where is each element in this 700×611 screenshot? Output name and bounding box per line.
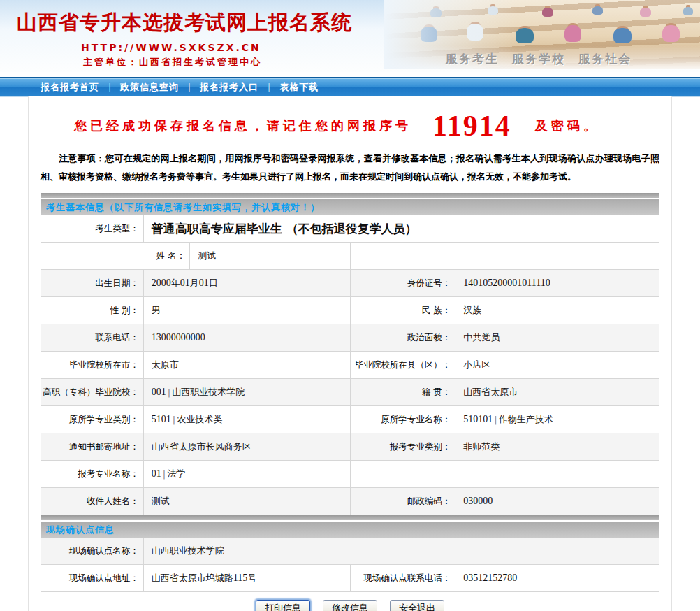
field-value: 山西省太原市长风商务区: [143, 433, 350, 460]
field-value: 510101 | 作物生产技术: [455, 406, 659, 433]
field-value: 030000: [455, 488, 659, 515]
field-value: 汉族: [455, 297, 659, 324]
table-row: 考生类型：普通高职高专应届毕业生 （不包括退役复学人员）: [41, 215, 659, 243]
nav-separator: |: [268, 82, 270, 92]
content-area: 您已经成功保存报名信息，请记住您的网报序号 11914 及密码。 注意事项：您可…: [28, 96, 672, 611]
field-label: 政治面貌：: [350, 324, 455, 351]
field-value: 140105200001011110: [455, 270, 659, 296]
empty-cell: [455, 461, 659, 487]
table-row: 出生日期：2000年 01月 01日身份证号：14010520000101111…: [41, 270, 659, 297]
table-row: 通知书邮寄地址：山西省太原市长风商务区报考专业类别：非师范类: [41, 433, 659, 461]
field-label: 民 族：: [350, 297, 455, 324]
empty-cell: [350, 461, 455, 487]
header-nav-divider: [0, 72, 700, 77]
table-row: 原所学专业类别：5101 | 农业技术类原所学专业名称：510101 | 作物生…: [41, 406, 659, 433]
table-row: 收件人姓名：测试邮政编码：030000: [41, 488, 659, 515]
section-basic-info-title: 考生基本信息（以下所有信息请考生如实填写，并认真核对！）: [41, 199, 659, 215]
serial-number: 11914: [432, 111, 511, 141]
section-basic-info-header: 考生基本信息（以下所有信息请考生如实填写，并认真核对！）: [41, 193, 659, 215]
table-row: 联系电话：13000000000政治面貌：中共党员: [41, 324, 659, 352]
field-value: 测试: [189, 243, 350, 269]
field-label: 报考专业类别：: [350, 433, 455, 460]
site-title: 山西省专升本选拔考试网上报名系统: [17, 9, 700, 37]
field-value: 03512152780: [455, 565, 659, 591]
message-suffix: 及密码。: [535, 117, 599, 134]
field-value: 2000年 01月 01日: [143, 270, 350, 296]
field-value: 非师范类: [455, 433, 659, 460]
nav-item-1[interactable]: 报名报考首页: [41, 81, 99, 94]
table-row: 姓 名：测试: [41, 243, 659, 270]
field-label: 身份证号：: [350, 270, 455, 296]
field-value: 5101 | 农业技术类: [143, 406, 350, 433]
field-label: 毕业院校所在县（区）：: [350, 352, 455, 378]
field-value: 01 | 法学: [143, 461, 350, 487]
section-confirm-header: 现场确认点信息: [41, 515, 659, 538]
print-info-button[interactable]: 打印信息: [256, 600, 310, 611]
nav-separator: |: [188, 82, 191, 92]
nav-item-4[interactable]: 表格下载: [279, 81, 319, 94]
empty-cell: [455, 243, 557, 269]
field-value: 山西省太原市坞城路115号: [143, 565, 350, 591]
section-confirm-title: 现场确认点信息: [41, 522, 659, 538]
message-prefix: 您已经成功保存报名信息，请记住您的网报序号: [74, 117, 411, 134]
field-label: 原所学专业名称：: [350, 406, 455, 433]
field-label: 邮政编码：: [350, 488, 455, 515]
field-value: 山西省太原市: [455, 379, 659, 405]
field-label: 毕业院校所在市：: [41, 352, 143, 378]
field-value: 小店区: [455, 352, 659, 378]
main-nav: 报名报考首页|政策信息查询|报名报考入口|表格下载: [0, 77, 700, 96]
field-label: 现场确认点联系电话：: [350, 565, 455, 591]
slogan-text: 服务考生 服务学校 服务社会: [446, 51, 632, 67]
field-label: 现场确认点名称：: [41, 538, 143, 564]
button-bar: 打印信息修改信息安全退出: [41, 592, 659, 611]
field-label: 性 别：: [41, 297, 143, 324]
field-label: 出生日期：: [41, 270, 143, 296]
field-value: 太原市: [143, 352, 350, 378]
field-value: 13000000000: [143, 324, 350, 351]
site-header: 服务考生 服务学校 服务社会 山西省专升本选拔考试网上报名系统 HTTP://W…: [0, 0, 700, 72]
field-label: 报考专业名称：: [41, 461, 143, 487]
notice-paragraph: 注意事项：您可在规定的网上报名期间，用网报序号和密码登录网报系统，查看并修改基本…: [41, 150, 659, 186]
modify-info-button[interactable]: 修改信息: [323, 600, 377, 611]
field-label: 通知书邮寄地址：: [41, 433, 143, 460]
field-label: 籍 贯：: [350, 379, 455, 405]
safe-exit-button[interactable]: 安全退出: [390, 600, 444, 611]
field-value: 测试: [143, 488, 350, 515]
confirm-info-table: 现场确认点名称：山西职业技术学院现场确认点地址：山西省太原市坞城路115号现场确…: [41, 538, 659, 592]
field-value: 山西职业技术学院: [143, 538, 659, 564]
field-label: 姓 名：: [41, 243, 189, 269]
divider-band: [41, 515, 659, 522]
nav-item-3[interactable]: 报名报考入口: [200, 81, 258, 94]
field-label: 现场确认点地址：: [41, 565, 143, 591]
empty-cell: [350, 243, 455, 269]
empty-cell: [557, 243, 659, 269]
table-row: 高职（专科）毕业院校：001 | 山西职业技术学院籍 贯：山西省太原市: [41, 379, 659, 406]
field-label: 考生类型：: [41, 215, 143, 242]
table-row: 毕业院校所在市：太原市毕业院校所在县（区）：小店区: [41, 352, 659, 379]
success-message: 您已经成功保存报名信息，请记住您的网报序号 11914 及密码。: [41, 96, 659, 145]
field-label: 联系电话：: [41, 324, 143, 351]
divider-band: [41, 193, 659, 199]
table-row: 性 别：男民 族：汉族: [41, 297, 659, 324]
table-row: 现场确认点地址：山西省太原市坞城路115号现场确认点联系电话：035121527…: [41, 565, 659, 592]
field-value: 中共党员: [455, 324, 659, 351]
page: 服务考生 服务学校 服务社会 山西省专升本选拔考试网上报名系统 HTTP://W…: [0, 0, 700, 611]
nav-item-2[interactable]: 政策信息查询: [120, 81, 179, 94]
field-label: 高职（专科）毕业院校：: [41, 379, 143, 405]
field-value: 001 | 山西职业技术学院: [143, 379, 350, 405]
field-value: 普通高职高专应届毕业生 （不包括退役复学人员）: [143, 215, 659, 242]
table-row: 报考专业名称：01 | 法学: [41, 461, 659, 488]
field-label: 收件人姓名：: [41, 488, 143, 515]
table-row: 现场确认点名称：山西职业技术学院: [41, 538, 659, 565]
nav-separator: |: [108, 82, 111, 92]
field-value: 男: [143, 297, 350, 324]
basic-info-table: 考生类型：普通高职高专应届毕业生 （不包括退役复学人员）姓 名：测试出生日期：2…: [41, 215, 659, 515]
field-label: 原所学专业类别：: [41, 406, 143, 433]
